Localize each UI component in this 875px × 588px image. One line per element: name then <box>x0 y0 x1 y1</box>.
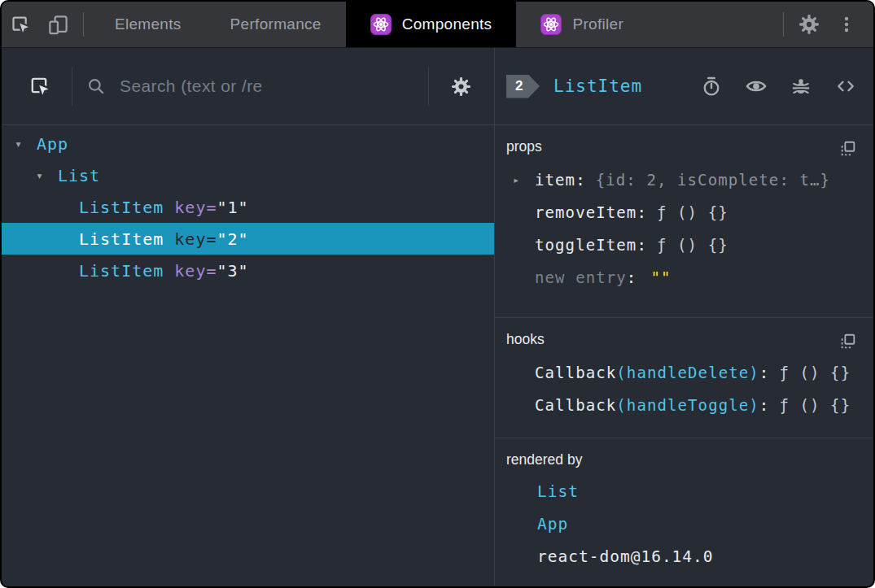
components-tree-panel: ▾ App ▾ List ListItemkey="1" ListItemkey… <box>2 48 495 586</box>
tree-row-listitem-3[interactable]: ListItemkey="3" <box>2 255 494 286</box>
prop-name: toggleItem <box>535 236 637 254</box>
suspend-toggle-button[interactable] <box>701 76 722 97</box>
expander-collapsed-icon[interactable]: ▸ <box>513 173 535 186</box>
expander-open-icon[interactable]: ▾ <box>36 168 58 183</box>
rendered-by-app[interactable]: App <box>501 507 864 540</box>
details-header: 2 ListItem <box>495 48 873 125</box>
colon: : <box>637 203 647 221</box>
colon: : <box>637 236 647 254</box>
main-area: ▾ App ▾ List ListItemkey="1" ListItemkey… <box>2 48 873 586</box>
tab-label: Elements <box>115 15 182 33</box>
tab-performance[interactable]: Performance <box>206 2 346 47</box>
equals-sign: = <box>206 229 217 249</box>
prop-value: {id: 2, isComplete: t…} <box>596 171 830 189</box>
react-logo-icon <box>540 14 562 35</box>
tree-row-listitem-2-selected[interactable]: ListItemkey="2" <box>2 223 494 255</box>
inspect-cursor-icon <box>10 14 32 36</box>
component-name: ListItem <box>79 261 164 281</box>
hook-row-handletoggle: Callback(handleToggle): ƒ () {} <box>501 389 864 420</box>
inspect-dom-button[interactable] <box>745 75 768 98</box>
component-name: List <box>58 166 100 185</box>
hook-row-handledelete: Callback(handleDelete): ƒ () {} <box>501 356 864 388</box>
rendered-by-title: rendered by <box>506 451 582 468</box>
copy-props-button[interactable] <box>839 140 857 158</box>
rendered-by-list[interactable]: List <box>501 475 864 507</box>
colon: : <box>759 396 770 414</box>
inspect-cursor-icon <box>28 75 52 98</box>
device-toolbar-icon <box>47 14 69 36</box>
hook-type: Callback <box>535 396 616 414</box>
kebab-menu-icon <box>837 15 856 34</box>
code-brackets-icon <box>834 75 857 98</box>
toolbar-divider <box>428 67 429 106</box>
settings-button[interactable] <box>790 2 828 47</box>
prop-row-item[interactable]: ▸ item: {id: 2, isComplete: t…} <box>501 163 864 195</box>
gear-icon <box>798 13 820 36</box>
component-tree: ▾ App ▾ List ListItemkey="1" ListItemkey… <box>2 125 494 286</box>
colon: : <box>627 268 637 286</box>
tab-label: Components <box>402 15 492 33</box>
toolbar-divider <box>72 67 72 106</box>
renderer-version: react-dom@16.14.0 <box>537 547 714 566</box>
toolbar-divider <box>783 12 784 37</box>
tab-components[interactable]: Components <box>346 2 517 47</box>
hook-value: ƒ () {} <box>779 364 851 381</box>
new-entry-value[interactable]: "" <box>650 268 671 286</box>
tab-label: Profiler <box>572 15 623 33</box>
search-box <box>85 76 415 97</box>
component-name: ListItem <box>79 229 164 249</box>
prop-row-new-entry[interactable]: new entry: "" <box>501 261 864 293</box>
owner-link[interactable]: App <box>537 515 568 534</box>
hooks-section: hooks Callback(handleDelete): <box>495 318 873 438</box>
key-attribute-name: key <box>174 198 206 217</box>
colon: : <box>759 364 770 381</box>
hook-type: Callback <box>535 364 616 381</box>
prop-row-removeitem: removeItem: ƒ () {} <box>501 196 864 228</box>
new-entry-name[interactable]: new entry <box>535 268 627 286</box>
hooks-section-title: hooks <box>506 331 545 348</box>
log-to-console-button[interactable] <box>790 76 812 97</box>
devtools-window: Elements Performance Components <box>0 0 875 588</box>
copy-hooks-button[interactable] <box>839 333 857 351</box>
select-component-button[interactable] <box>21 75 59 98</box>
tree-settings-button[interactable] <box>442 76 479 98</box>
devtools-tab-bar: Elements Performance Components <box>2 2 873 48</box>
props-section: props ▸ item: {id: 2, i <box>495 125 873 318</box>
tree-row-app[interactable]: ▾ App <box>2 128 494 159</box>
gear-icon <box>450 76 472 98</box>
eye-icon <box>745 75 768 98</box>
tab-label: Performance <box>230 15 322 33</box>
owner-link[interactable]: List <box>537 482 579 501</box>
hook-value: ƒ () {} <box>779 396 851 414</box>
hook-label: (handleToggle) <box>616 396 759 414</box>
key-attribute-name: key <box>174 261 206 281</box>
component-name: App <box>37 134 68 154</box>
tab-profiler[interactable]: Profiler <box>516 2 648 47</box>
selected-component-name: ListItem <box>553 76 642 96</box>
search-input[interactable] <box>120 76 415 96</box>
tree-row-list[interactable]: ▾ List <box>2 159 494 191</box>
prop-value: ƒ () {} <box>657 236 728 254</box>
inspect-element-button[interactable] <box>2 2 39 47</box>
more-options-button[interactable] <box>828 2 865 47</box>
topbar-right-controls <box>777 2 873 47</box>
tree-row-listitem-1[interactable]: ListItemkey="1" <box>2 191 494 223</box>
rendered-by-section: rendered by List App react-dom@16.14.0 <box>495 438 873 586</box>
tab-elements[interactable]: Elements <box>90 2 206 47</box>
component-name: ListItem <box>79 198 164 217</box>
props-section-title: props <box>506 138 542 155</box>
device-toolbar-button[interactable] <box>39 2 77 47</box>
expander-open-icon[interactable]: ▾ <box>15 137 37 151</box>
key-attribute-value: "1" <box>217 198 249 217</box>
details-header-actions <box>701 75 857 98</box>
react-logo-icon <box>370 14 392 35</box>
copy-icon <box>839 140 857 158</box>
hook-label: (handleDelete) <box>616 364 759 381</box>
rendered-by-renderer: react-dom@16.14.0 <box>501 540 864 573</box>
copy-icon <box>839 333 857 351</box>
colon: : <box>575 171 586 189</box>
toolbar-divider <box>83 12 84 37</box>
component-details-panel: 2 ListItem <box>495 48 873 586</box>
view-source-button[interactable] <box>834 75 857 98</box>
badge-count: 2 <box>515 78 523 94</box>
